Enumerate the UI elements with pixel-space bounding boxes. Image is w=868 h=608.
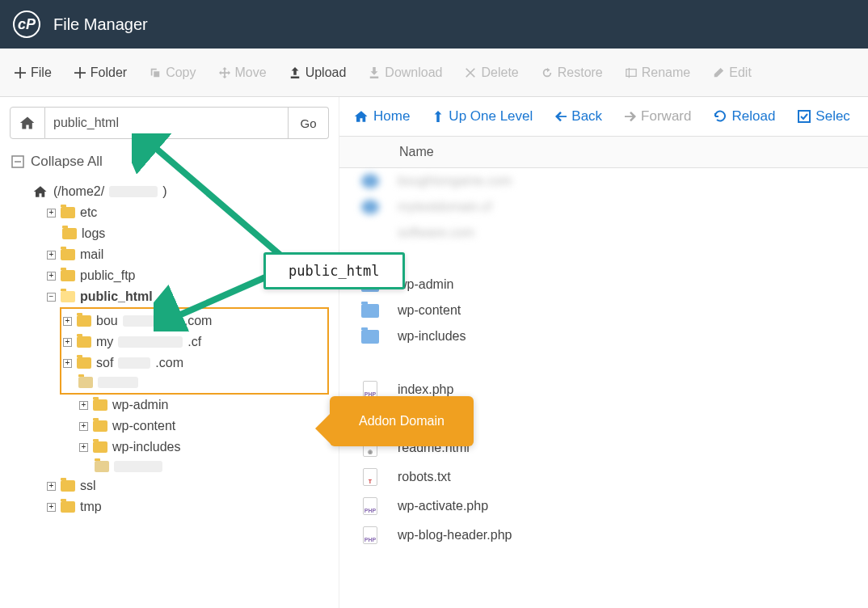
expand-icon[interactable]: + [47,209,56,217]
tree-item-wp-includes[interactable]: +wp-includes [10,437,329,458]
file-list-item[interactable]: PHPwp-activate.php [339,492,868,521]
expand-icon[interactable]: + [63,317,72,326]
rename-button[interactable]: Rename [626,65,690,80]
tree-item-wp-content[interactable]: +wp-content [10,416,329,437]
tree-root[interactable]: (/home2/) [10,181,329,202]
path-input[interactable] [45,107,289,139]
folder-icon [61,207,75,218]
tree-item-wp-admin[interactable]: +wp-admin [10,395,329,416]
expand-icon[interactable]: + [79,443,88,452]
txt-file-icon: T [363,468,377,486]
file-list: boughtongame.com mytestdomain.cf softwar… [339,168,868,550]
file-list-item[interactable]: wp-includes [339,323,868,349]
tree-item-addon-2[interactable]: +my.cf [63,331,324,353]
home-icon [354,109,369,124]
tree-item-logs[interactable]: logs [10,223,329,244]
folder-icon [93,420,107,432]
file-button[interactable]: File [15,65,52,80]
svg-rect-1 [798,111,810,122]
main-toolbar: File Folder Copy Move Upload Download De… [0,49,868,97]
nav-back[interactable]: Back [555,108,602,125]
folder-icon [61,270,75,281]
expand-icon[interactable]: + [47,272,56,281]
expand-icon[interactable]: + [63,338,72,347]
expand-icon[interactable]: + [47,482,56,491]
nav-forward[interactable]: Forward [625,108,691,125]
file-list-item[interactable] [339,349,868,375]
folder-icon [77,315,91,327]
copy-button[interactable]: Copy [150,65,196,80]
edit-button[interactable]: Edit [713,65,752,80]
file-list-item[interactable]: PHPwp-blog-header.php [339,521,868,550]
move-icon [219,67,230,78]
title-bar: cP File Manager [0,0,868,49]
tree-item-addon-4[interactable] [63,374,324,391]
addon-domain-group: +bou.com +my.cf +sof.com [60,307,329,395]
file-list-item[interactable]: wp-admin [339,272,868,298]
nav-home[interactable]: Home [354,108,410,125]
home-icon [32,184,48,199]
navigation-toolbar: Home Up One Level Back Forward Reload Se… [339,97,868,136]
folder-icon [361,330,379,344]
php-file-icon: PHP [363,526,377,544]
tree-item-etc[interactable]: +etc [10,202,329,223]
home-button[interactable] [10,107,45,139]
restore-button[interactable]: Restore [541,65,603,80]
folder-icon [95,461,109,472]
tree-item-addon-3[interactable]: +sof.com [63,353,324,374]
nav-select-all[interactable]: Selec [798,108,850,125]
tree-item-addon-1[interactable]: +bou.com [63,310,324,331]
php-file-icon: PHP [363,497,377,515]
move-button[interactable]: Move [219,65,267,80]
home-icon [19,115,36,131]
collapse-all[interactable]: Collapse All [10,154,329,170]
domain-folder-icon [361,174,379,188]
folder-icon [361,304,379,318]
file-list-item[interactable]: mytestdomain.cf [339,194,868,220]
file-list-item[interactable]: Trobots.txt [339,462,868,492]
folder-button[interactable]: Folder [74,65,127,80]
go-button[interactable]: Go [289,107,329,139]
main-panel: Home Up One Level Back Forward Reload Se… [339,97,868,608]
folder-icon [61,249,75,260]
expand-icon[interactable]: + [47,503,56,512]
check-icon [798,110,811,123]
file-list-item[interactable]: boughtongame.com [339,168,868,194]
domain-folder-icon [361,200,379,214]
upload-button[interactable]: Upload [289,65,347,80]
restore-icon [541,67,553,78]
rename-icon [626,67,637,78]
app-title: File Manager [53,15,148,34]
collapse-icon[interactable]: − [47,293,56,302]
arrow-up-icon [432,110,444,123]
expand-icon[interactable]: + [79,401,88,410]
folder-icon [77,336,91,348]
plus-icon [74,67,86,78]
file-list-item[interactable]: software.com [339,220,868,246]
file-list-item[interactable]: wp-content [339,298,868,323]
callout-public-html: public_html [263,252,405,289]
folder-tree: (/home2/) +etc logs +mail +public_ftp −p… [10,181,329,517]
reload-icon [714,110,727,123]
folder-icon [61,501,75,513]
cpanel-logo-icon: cP [13,11,40,38]
expand-icon[interactable]: + [63,359,72,368]
delete-icon [465,67,476,78]
nav-up[interactable]: Up One Level [432,108,533,125]
tree-item-hidden[interactable] [10,458,329,475]
column-header-name[interactable]: Name [339,136,868,168]
expand-icon[interactable]: + [47,251,56,260]
download-button[interactable]: Download [369,65,442,80]
delete-button[interactable]: Delete [465,65,518,80]
folder-open-icon [61,291,75,302]
folder-icon [61,480,75,492]
pencil-icon [713,67,724,78]
collapse-icon [11,155,24,168]
tree-item-tmp[interactable]: +tmp [10,496,329,517]
file-list-item[interactable] [339,246,868,272]
expand-icon[interactable]: + [79,422,88,431]
upload-icon [289,67,301,78]
nav-reload[interactable]: Reload [714,108,775,125]
folder-icon [93,441,107,453]
tree-item-ssl[interactable]: +ssl [10,475,329,496]
